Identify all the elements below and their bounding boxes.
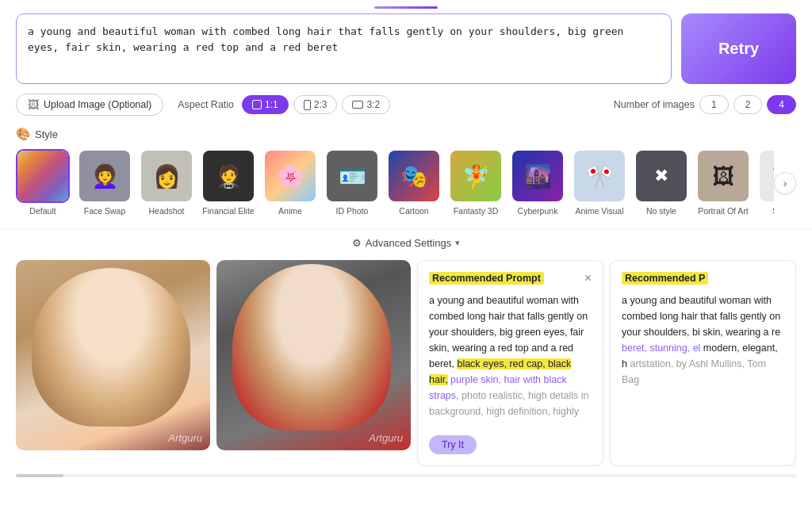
prompt-card-1: Recommended Prompt × a young and beautif…: [417, 260, 603, 466]
style-scroll-wrapper: Default 👩‍🦱 Face Swap 👩 Headshot 🤵 Finan…: [16, 149, 796, 217]
aspect-ratio-label: Aspect Ratio: [178, 99, 234, 110]
square-icon: [252, 100, 262, 109]
style-thumb-financial: 🤵: [201, 149, 255, 203]
style-section: 🎨 Style Default 👩‍🦱 Face Swap 👩 He: [0, 127, 812, 225]
style-item-portraitart[interactable]: 🖼 Portrait Of Art: [696, 149, 750, 217]
prompt-card-1-close-button[interactable]: ×: [584, 272, 592, 285]
num-images-label: Number of images: [614, 99, 695, 110]
prompt-card-2: Recommended P a young and beautiful woma…: [610, 260, 796, 466]
style-name-nostyle: No style: [646, 206, 676, 217]
aspect-3-2-button[interactable]: 3:2: [342, 95, 390, 114]
style-item-anime[interactable]: 🌸 Anime: [263, 149, 317, 217]
upload-icon: 🖼: [28, 98, 39, 111]
style-item-idphoto[interactable]: 🪪 ID Photo: [325, 149, 379, 217]
watermark-1: Artguru: [168, 432, 202, 444]
style-name-animevisual: Anime Visual: [575, 206, 623, 217]
style-thumb-cartoon: 🎭: [387, 149, 441, 203]
style-name-fantasy: Fantasty 3D: [454, 206, 499, 217]
advanced-settings-label: Advanced Settings: [366, 237, 451, 249]
watermark-2: Artguru: [369, 432, 403, 444]
style-thumb-portraitart: 🖼: [696, 149, 750, 203]
style-name-portraitart: Portrait Of Art: [698, 206, 749, 217]
style-name-default: Default: [29, 206, 56, 217]
style-name-headshot: Headshot: [149, 206, 185, 217]
advanced-settings-row: ⚙ Advanced Settings ▾: [0, 228, 812, 260]
style-item-default[interactable]: Default: [16, 149, 70, 217]
controls-row: 🖼 Upload Image (Optional) Aspect Ratio 1…: [0, 94, 812, 127]
style-item-headshot[interactable]: 👩 Headshot: [140, 149, 193, 217]
style-thumb-default: [16, 149, 70, 203]
retry-button[interactable]: Retry: [681, 13, 796, 84]
num-1-button[interactable]: 1: [699, 95, 729, 114]
style-next-button[interactable]: ›: [774, 172, 796, 194]
num-2-button[interactable]: 2: [733, 95, 763, 114]
style-name-cartoon: Cartoon: [399, 206, 428, 217]
aspect-1-1-label: 1:1: [265, 99, 278, 110]
prompt-cards: Recommended Prompt × a young and beautif…: [411, 260, 796, 466]
num-4-button[interactable]: 4: [767, 95, 796, 114]
prompt-card-2-text-normal2: skin, wearing a re: [700, 327, 780, 338]
style-item-cyberpunk[interactable]: 🌆 Cyberpunk: [511, 149, 565, 217]
prompt-card-2-text-accent: beret, stunning, el: [622, 342, 700, 354]
try-it-button-1[interactable]: Try It: [429, 435, 477, 454]
style-thumb-nostyle: ✖: [634, 149, 688, 203]
style-thumb-sketch: ✏️: [758, 149, 774, 203]
style-item-sketch[interactable]: ✏️ Sketch: [758, 149, 774, 217]
style-header: 🎨 Style: [16, 127, 796, 141]
style-thumb-animevisual: 🎌: [573, 149, 626, 203]
style-item-financial[interactable]: 🤵 Financial Elite: [201, 149, 255, 217]
aspect-ratio-group: Aspect Ratio 1:1 2:3 3:2: [178, 95, 390, 114]
aspect-2-3-label: 2:3: [314, 99, 327, 110]
style-name-sketch: Sketch: [772, 206, 774, 217]
prompt-card-2-body: a young and beautiful woman with combed …: [622, 293, 784, 388]
upload-image-button[interactable]: 🖼 Upload Image (Optional): [16, 94, 163, 116]
prompt-card-2-header: Recommended P: [622, 272, 784, 285]
image-grid: Artguru Artguru: [16, 260, 411, 466]
aspect-2-3-button[interactable]: 2:3: [293, 95, 338, 114]
prompt-card-1-title: Recommended Prompt: [429, 272, 544, 285]
style-thumb-idphoto: 🪪: [325, 149, 379, 203]
style-name-cyberpunk: Cyberpunk: [518, 206, 558, 217]
style-name-idphoto: ID Photo: [336, 206, 369, 217]
advanced-settings-button[interactable]: ⚙ Advanced Settings ▾: [352, 237, 460, 249]
gear-icon: ⚙: [352, 237, 362, 249]
progress-indicator: [374, 6, 438, 9]
num-images-group: Number of images 1 2 4: [614, 95, 796, 114]
style-name-anime: Anime: [278, 206, 302, 217]
chevron-down-icon: ▾: [455, 238, 460, 248]
style-item-faceswap[interactable]: 👩‍🦱 Face Swap: [78, 149, 132, 217]
style-thumb-cyberpunk: 🌆: [511, 149, 565, 203]
style-thumb-headshot: 👩: [140, 149, 193, 203]
style-name-financial: Financial Elite: [202, 206, 254, 217]
prompt-card-2-text-gray: artstation, by Ashl Mullins, Tom Bag: [622, 358, 766, 385]
prompt-card-1-header: Recommended Prompt ×: [429, 272, 592, 285]
result-image-2: Artguru: [216, 260, 411, 450]
prompt-input-wrapper[interactable]: a young and beautiful woman with combed …: [16, 13, 672, 84]
style-list: Default 👩‍🦱 Face Swap 👩 Headshot 🤵 Finan…: [16, 149, 774, 217]
upload-label: Upload Image (Optional): [44, 99, 151, 110]
bottom-scrollbar-track[interactable]: [16, 474, 796, 477]
prompt-row: a young and beautiful woman with combed …: [0, 13, 812, 94]
style-label: Style: [35, 128, 58, 140]
style-name-faceswap: Face Swap: [84, 206, 126, 217]
aspect-1-1-button[interactable]: 1:1: [242, 95, 289, 114]
prompt-card-2-title: Recommended P: [622, 272, 708, 285]
rect-vertical-icon: [304, 100, 311, 110]
prompt-card-1-body: a young and beautiful woman with combed …: [429, 293, 592, 454]
bottom-scrollbar-thumb[interactable]: [16, 474, 63, 477]
style-item-fantasy[interactable]: 🧚 Fantasty 3D: [449, 149, 503, 217]
results-section: Artguru Artguru Recommended Prompt × a y…: [0, 260, 812, 466]
style-thumb-fantasy: 🧚: [449, 149, 503, 203]
style-thumb-anime: 🌸: [263, 149, 317, 203]
prompt-input[interactable]: a young and beautiful woman with combed …: [28, 24, 660, 71]
top-progress-bar: [0, 0, 812, 13]
style-item-nostyle[interactable]: ✖ No style: [634, 149, 688, 217]
style-item-animevisual[interactable]: 🎌 Anime Visual: [573, 149, 626, 217]
style-icon: 🎨: [16, 127, 31, 141]
aspect-3-2-label: 3:2: [366, 99, 380, 110]
result-image-1: Artguru: [16, 260, 210, 450]
rect-horizontal-icon: [352, 101, 363, 109]
style-thumb-faceswap: 👩‍🦱: [78, 149, 132, 203]
style-item-cartoon[interactable]: 🎭 Cartoon: [387, 149, 441, 217]
